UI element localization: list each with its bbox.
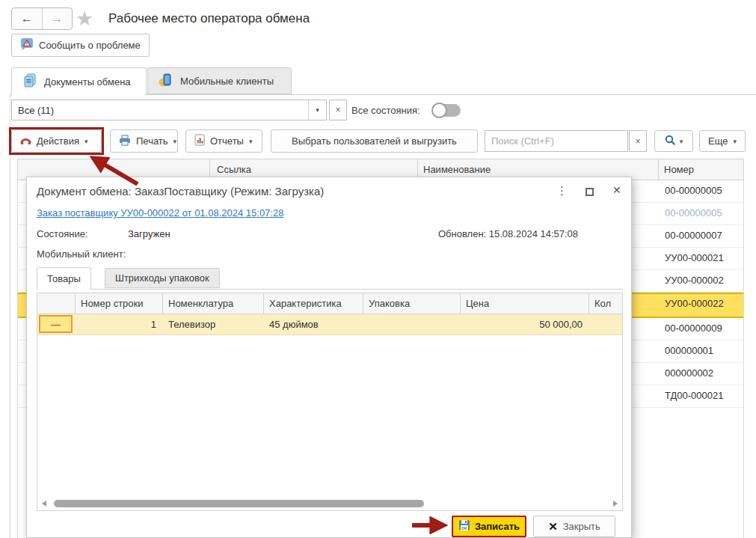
tab-mobile-clients[interactable]: Мобильные клиенты <box>147 67 292 94</box>
col-price[interactable]: Цена <box>466 298 489 309</box>
report-problem-label: Сообщить о проблеме <box>39 40 141 51</box>
close-x-icon: ✕ <box>548 520 558 534</box>
chevron-down-icon: ▾ <box>173 138 177 145</box>
filter-combobox[interactable]: Все (11) ▾ <box>11 100 327 120</box>
reports-label: Отчеты <box>210 135 244 147</box>
column-divider <box>588 293 589 314</box>
save-button[interactable]: OK Записать <box>452 516 526 537</box>
tab-label: Мобильные клиенты <box>180 76 274 87</box>
search-icon <box>665 135 676 148</box>
filter-clear-button[interactable]: × <box>329 100 347 120</box>
save-label: Записать <box>475 521 520 532</box>
more-label: Еще <box>708 135 728 147</box>
print-label: Печать <box>136 135 168 147</box>
dialog-tab-label: Товары <box>47 273 81 284</box>
column-divider <box>162 293 163 314</box>
column-header-link[interactable]: Ссылка <box>217 164 251 175</box>
column-divider <box>75 293 76 314</box>
back-button[interactable]: ← <box>12 8 43 29</box>
col-line-number[interactable]: Номер строки <box>81 298 144 309</box>
tab-label: Документы обмена <box>44 76 131 88</box>
chevron-down-icon[interactable]: ▾ <box>308 100 326 120</box>
actions-icon <box>20 135 31 147</box>
history-nav-group: ← → <box>11 7 73 30</box>
close-button[interactable]: ✕ Закрыть <box>533 516 615 537</box>
maximize-icon[interactable] <box>586 188 594 196</box>
cell-nomenclature[interactable]: Телевизор <box>168 319 215 330</box>
dialog-tabs-divider <box>37 289 623 290</box>
goods-row[interactable]: — 1 Телевизор 45 дюймов 50 000,00 <box>37 314 622 335</box>
col-package[interactable]: Упаковка <box>369 298 410 309</box>
select-users-label: Выбрать пользователей и выгрузить <box>292 135 457 147</box>
col-quantity-clipped[interactable]: Кол <box>594 298 611 309</box>
favorite-star-icon[interactable]: ★ <box>76 7 93 30</box>
state-label: Состояние: <box>37 228 87 239</box>
column-divider <box>263 293 264 314</box>
print-button[interactable]: Печать ▾ <box>110 129 178 153</box>
close-label: Закрыть <box>563 521 600 532</box>
report-chart-icon <box>194 134 205 148</box>
column-header-number[interactable]: Номер <box>664 164 694 175</box>
select-users-button[interactable]: Выбрать пользователей и выгрузить <box>271 129 478 153</box>
actions-label: Действия <box>37 135 79 147</box>
source-document-link[interactable]: Заказ поставщику УУ00-000022 от 01.08.20… <box>37 207 283 218</box>
scroll-right-icon[interactable] <box>613 501 618 507</box>
page-title: Рабочее место оператора обмена <box>108 11 310 26</box>
report-problem-button[interactable]: Сообщить о проблеме <box>11 34 150 57</box>
panel-left-border <box>10 95 10 538</box>
cell-line-number[interactable]: 1 <box>75 319 156 330</box>
more-button[interactable]: Еще ▾ <box>699 130 746 152</box>
state-value: Загружен <box>128 228 170 239</box>
chevron-down-icon: ▾ <box>249 138 253 145</box>
updated-timestamp: Обновлен: 15.08.2024 14:57:08 <box>438 228 578 239</box>
close-icon[interactable]: ✕ <box>612 184 621 196</box>
column-header-name[interactable]: Наименование <box>423 164 491 175</box>
col-nomenclature[interactable]: Номенклатура <box>168 298 233 309</box>
tab-exchange-documents[interactable]: Документы обмена <box>11 67 147 96</box>
dialog-tab-goods[interactable]: Товары <box>37 267 91 290</box>
printer-icon <box>119 135 131 148</box>
chevron-down-icon: ▾ <box>84 138 88 145</box>
column-divider <box>460 293 461 314</box>
chevron-down-icon: ▾ <box>680 138 683 145</box>
svg-text:OK: OK <box>461 526 467 531</box>
chevron-down-icon: ▾ <box>733 138 737 145</box>
search-input[interactable] <box>485 130 628 152</box>
horizontal-scrollbar[interactable] <box>54 500 424 507</box>
goods-table: Номер строки Номенклатура Характеристика… <box>37 293 623 511</box>
cell-characteristic[interactable]: 45 дюймов <box>269 319 319 330</box>
column-divider <box>658 159 659 180</box>
dialog-tab-label: Штрихкоды упаковок <box>115 272 209 284</box>
floppy-disk-icon: OK <box>458 519 470 534</box>
column-divider <box>363 293 363 314</box>
dialog-tab-package-barcodes[interactable]: Штрихкоды упаковок <box>105 268 220 288</box>
all-states-toggle[interactable] <box>432 104 461 117</box>
col-characteristic[interactable]: Характеристика <box>269 298 342 309</box>
mobile-client-label: Мобильный клиент: <box>37 248 126 260</box>
app-window: ← → ★ Рабочее место оператора обмена Соо… <box>0 0 756 538</box>
exchange-document-dialog: Документ обмена: ЗаказПоставщику (Режим:… <box>26 177 632 538</box>
forward-icon: → <box>51 12 63 25</box>
warning-bubble-icon <box>20 37 34 53</box>
all-states-label: Все состояния: <box>351 105 420 116</box>
mobile-client-icon <box>159 73 173 90</box>
document-icon <box>22 73 37 91</box>
delete-row-icon[interactable]: — <box>39 315 73 333</box>
back-icon: ← <box>21 12 33 25</box>
filter-value: Все (11) <box>12 105 308 116</box>
kebab-menu-icon[interactable]: ⋮ <box>556 184 568 198</box>
cell-price[interactable]: 50 000,00 <box>460 319 583 330</box>
toggle-knob <box>431 103 447 118</box>
search-options-button[interactable]: ▾ <box>654 130 693 152</box>
search-clear-button[interactable]: × <box>629 130 647 152</box>
scroll-left-icon[interactable] <box>42 501 46 507</box>
forward-button[interactable]: → <box>43 8 73 29</box>
dialog-title: Документ обмена: ЗаказПоставщику (Режим:… <box>37 185 324 198</box>
reports-button[interactable]: Отчеты ▾ <box>185 129 262 153</box>
actions-button[interactable]: Действия ▾ <box>11 129 102 153</box>
